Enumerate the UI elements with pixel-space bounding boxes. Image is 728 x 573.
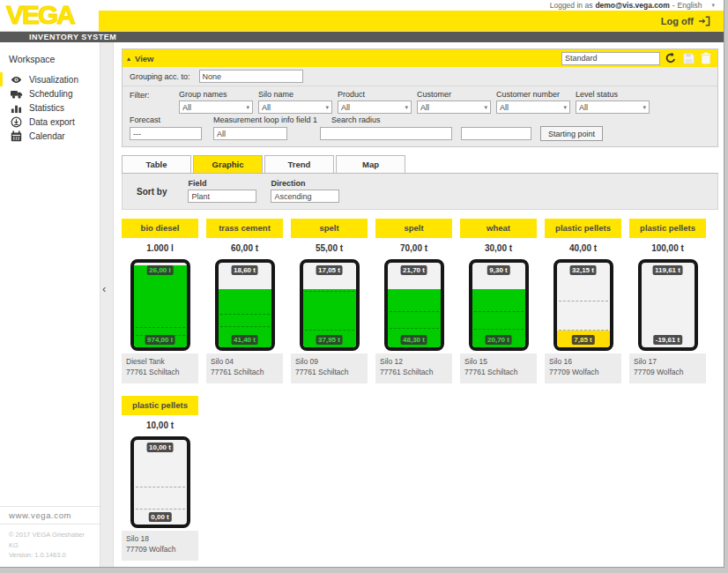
chevron-down-icon[interactable]: ▾	[711, 2, 715, 9]
sort-field-select[interactable]: Plant	[188, 190, 256, 203]
filter-column-label: Group names	[179, 90, 258, 99]
vega-website-link[interactable]: www.vega.com	[0, 506, 100, 525]
sidebar-item-data-export[interactable]: Data export	[0, 115, 100, 129]
silo-card-silo-04[interactable]: trass cement60,00 t18,60 t41,40 tSilo 04…	[206, 219, 283, 383]
threshold-line	[559, 301, 608, 301]
filter-column-customer-number: Customer numberAll▾	[496, 90, 576, 114]
filter-column-label: Customer	[417, 90, 496, 99]
delete-view-icon[interactable]	[699, 51, 713, 65]
reset-view-button[interactable]	[664, 51, 678, 65]
silo-graphic: 10,00 t0,00 t	[130, 436, 190, 528]
free-capacity-badge: 21,70 t	[400, 265, 427, 275]
filter-level-status-select[interactable]: All▾	[576, 100, 650, 114]
filter-label: Filter:	[130, 90, 179, 114]
filter-columns: Group namesAll▾Silo nameAll▾ProductAll▾C…	[179, 90, 655, 114]
sidebar-nav: VisualizationSchedulingStatisticsData ex…	[0, 72, 100, 143]
filter-column-product: ProductAll▾	[338, 90, 417, 114]
forecast-select[interactable]: ---	[130, 127, 202, 140]
version-text: Version: 1.0.1463.0	[9, 550, 91, 560]
sort-direction-select[interactable]: Ascending	[271, 190, 339, 203]
header-bar: Log off	[99, 11, 724, 31]
filter-customer-select[interactable]: All▾	[417, 100, 491, 114]
silo-name: Silo 18	[126, 534, 194, 545]
sidebar-item-label: Statistics	[29, 103, 64, 113]
starting-point-button[interactable]: Starting point	[540, 126, 603, 141]
tab-map[interactable]: Map	[336, 155, 405, 173]
view-panel-header[interactable]: ▴ View Standard	[123, 49, 717, 67]
tab-table[interactable]: Table	[122, 155, 191, 173]
sidebar: Workspace VisualizationSchedulingStatist…	[0, 42, 100, 567]
product-name: plastic pellets	[122, 396, 198, 415]
search-radius-input[interactable]	[320, 127, 452, 140]
sidebar-item-label: Visualization	[29, 75, 78, 85]
download-icon	[10, 116, 23, 128]
tab-graphic[interactable]: Graphic	[193, 155, 263, 173]
loop-info-select[interactable]: All	[213, 127, 287, 140]
logo-box[interactable]: VEGA	[0, 0, 99, 31]
silo-graphic-wrap: 10,00 t0,00 t	[122, 436, 198, 525]
stock-level-badge: -19,61 t	[653, 335, 683, 345]
silo-card-silo-09[interactable]: spelt55,00 t17,05 t37,95 tSilo 0977761 S…	[291, 219, 368, 383]
loop-info-label: Measurement loop info field 1	[213, 115, 331, 124]
sidebar-item-statistics[interactable]: Statistics	[0, 100, 100, 115]
product-name: plastic pellets	[629, 219, 706, 238]
silo-location: 77761 Schiltach	[126, 368, 194, 378]
free-capacity-badge: 119,61 t	[652, 265, 683, 275]
view-panel-body: Grouping acc. to: None Filter: Group nam…	[123, 67, 717, 146]
silo-graphic-wrap: 17,05 t37,95 t	[291, 259, 368, 347]
view-preset-select[interactable]: Standard	[561, 52, 660, 65]
silo-graphic-wrap: 9,30 t20,70 t	[460, 259, 537, 347]
sidebar-item-label: Calendar	[29, 131, 65, 141]
sidebar-item-scheduling[interactable]: Scheduling	[0, 86, 100, 100]
filter-column-silo-name: Silo nameAll▾	[258, 90, 338, 114]
radius-unit-select[interactable]	[461, 127, 531, 140]
silo-footer: Silo 1277761 Schiltach	[375, 353, 452, 383]
grouping-select[interactable]: None	[199, 70, 303, 83]
log-off-button[interactable]: Log off	[661, 16, 717, 26]
filter-column-level-status: Level statusAll▾	[576, 90, 655, 114]
tab-bar: TableGraphicTrendMap	[122, 155, 718, 174]
language-select[interactable]: English	[678, 1, 702, 10]
silo-graphic: 21,70 t48,30 t	[384, 259, 444, 351]
silo-graphic: 17,05 t37,95 t	[300, 259, 360, 351]
log-off-icon	[697, 16, 710, 26]
silo-footer: Silo 1677709 Wolfach	[545, 353, 621, 383]
bar-chart-icon	[10, 102, 23, 114]
sidebar-item-visualization[interactable]: Visualization	[0, 72, 100, 86]
sort-direction-label: Direction	[271, 179, 339, 188]
save-view-icon[interactable]	[681, 51, 695, 65]
silo-card-silo-16[interactable]: plastic pellets40,00 t32,15 t7,85 tSilo …	[545, 219, 621, 383]
stock-level-badge: 0,00 t	[148, 512, 171, 522]
filter-product-select[interactable]: All▾	[338, 100, 412, 114]
filter-silo-name-select[interactable]: All▾	[258, 100, 332, 114]
sidebar-item-label: Scheduling	[29, 89, 72, 99]
silo-card-silo-17[interactable]: plastic pellets100,00 t119,61 t-19,61 tS…	[629, 219, 706, 383]
filter-customer-number-select[interactable]: All▾	[496, 100, 570, 114]
view-panel: ▴ View Standard Grouping acc. to:	[122, 48, 718, 147]
silo-graphic: 9,30 t20,70 t	[469, 259, 529, 351]
silo-graphic-wrap: 119,61 t-19,61 t	[629, 259, 706, 347]
sort-field-label: Field	[188, 179, 256, 188]
log-off-label: Log off	[661, 16, 694, 26]
collapse-sidebar-icon[interactable]: ‹	[102, 282, 106, 295]
app-title-bar: INVENTORY SYSTEM	[0, 31, 724, 43]
silo-location: 77761 Schiltach	[464, 368, 532, 378]
silo-card-silo-18[interactable]: plastic pellets10,00 t10,00 t0,00 tSilo …	[122, 396, 198, 561]
product-name: spelt	[375, 219, 452, 238]
tab-trend[interactable]: Trend	[264, 155, 334, 173]
app-window: Logged in as demo@vis.vega.com - English…	[0, 0, 724, 568]
filter-column-label: Level status	[576, 90, 655, 99]
stock-level-badge: 7,85 t	[571, 335, 594, 345]
silo-card-silo-15[interactable]: wheat30,00 t9,30 t20,70 tSilo 1577761 Sc…	[460, 219, 537, 383]
silo-capacity: 60,00 t	[206, 238, 283, 259]
silo-capacity: 55,00 t	[291, 238, 368, 259]
free-capacity-badge: 9,30 t	[487, 265, 509, 275]
threshold-line	[220, 314, 270, 315]
silo-card-silo-12[interactable]: spelt70,00 t21,70 t48,30 tSilo 1277761 S…	[375, 219, 452, 383]
silo-graphic-wrap: 32,15 t7,85 t	[545, 259, 621, 347]
collapse-panel-icon[interactable]: ▴	[127, 55, 130, 63]
silo-card-diesel-tank[interactable]: bio diesel1.000 l26,00 l974,00 lDiesel T…	[122, 219, 198, 383]
filter-group-names-select[interactable]: All▾	[179, 100, 253, 114]
sidebar-item-calendar[interactable]: Calendar	[0, 129, 100, 143]
threshold-line	[474, 329, 524, 330]
